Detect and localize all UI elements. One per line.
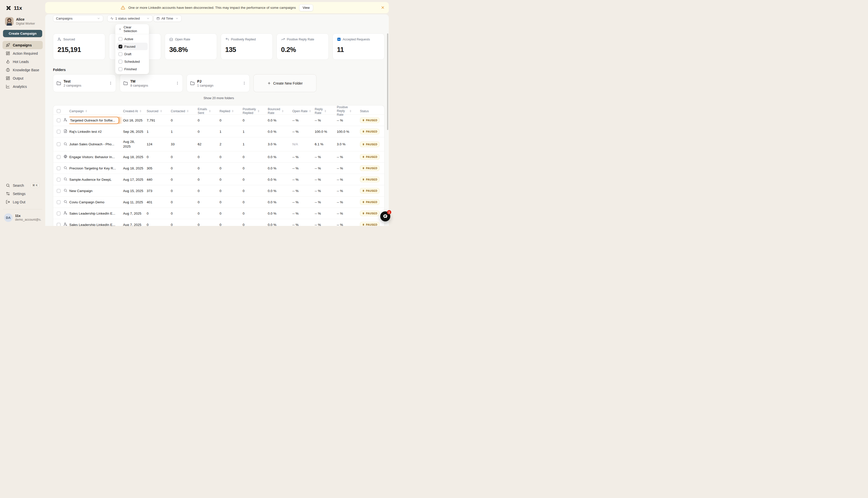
stat-value: 36.8% [169, 46, 212, 54]
folder-menu-button[interactable] [176, 81, 179, 85]
table-cell: 0.0 % [268, 189, 292, 193]
column-header-contacted[interactable]: Contacted [171, 109, 198, 113]
pause-icon [362, 178, 365, 181]
status-option-label: Finished [124, 67, 137, 71]
column-header-emails-sent[interactable]: Emails Sent [198, 107, 220, 115]
chevron-down-icon [175, 17, 179, 20]
status-option-paused[interactable]: Paused [117, 43, 148, 50]
folder-menu-button[interactable] [242, 81, 246, 85]
checkbox-unchecked[interactable] [118, 67, 122, 71]
row-checkbox[interactable] [57, 142, 61, 146]
sidebar-item-settings[interactable]: Settings [2, 189, 43, 198]
table-cell: 1 [243, 130, 268, 133]
create-new-folder-button[interactable]: Create New Folder [254, 74, 316, 92]
row-checkbox[interactable] [57, 189, 61, 193]
table-cell: 305 [147, 167, 171, 170]
select-all-checkbox[interactable] [57, 109, 61, 113]
sidebar-item-campaigns[interactable]: Campaigns [2, 41, 43, 49]
table-row[interactable]: Sample Audience for DeepLAug 17, 2025440… [53, 174, 384, 185]
row-checkbox[interactable] [57, 118, 61, 122]
table-cell: Aug 11, 2025 [123, 200, 147, 204]
sidebar-item-action-required[interactable]: Action Required [2, 49, 43, 57]
status-option-draft[interactable]: Draft [117, 50, 148, 58]
campaign-name: New Campaign [69, 189, 120, 193]
column-header-open-rate[interactable]: Open Rate [292, 109, 315, 113]
column-header-positively-replied[interactable]: Positively Replied [243, 107, 268, 115]
brain-icon [6, 68, 10, 72]
sidebar-item-log-out[interactable]: Log Out [2, 198, 43, 206]
table-row[interactable]: Oct 16, 20257,79100000.0 %-- %-- %-- %PA… [53, 115, 384, 126]
sidebar-item-knowledge-base[interactable]: Knowledge Base [2, 66, 43, 74]
banner-close-button[interactable] [381, 5, 385, 10]
table-row[interactable]: New CampaignAug 15, 202537300000.0 %-- %… [53, 185, 384, 196]
table-row[interactable]: Engage Visitors: Behavior In...Aug 18, 2… [53, 151, 384, 162]
account[interactable]: DA 11x demo_account@s... [2, 212, 43, 223]
status-filter-button[interactable]: 1 status selected [107, 15, 153, 22]
status-option-scheduled[interactable]: Scheduled [117, 58, 148, 65]
column-header-positive-reply-rate[interactable]: Positive Reply Rate [337, 105, 360, 117]
table-cell: -- % [337, 189, 360, 193]
date-range-button[interactable]: All Time [154, 15, 182, 22]
create-campaign-button[interactable]: Create Campaign [3, 30, 42, 37]
profile[interactable]: Alice Digital Worker [5, 17, 45, 26]
row-checkbox[interactable] [57, 200, 61, 204]
table-row[interactable]: Raj's LinkedIn test #2Sep 26, 2025110110… [53, 126, 384, 137]
show-more-folders-link[interactable]: Show 20 more folders [53, 96, 385, 100]
folder-menu-button[interactable] [109, 81, 113, 85]
checkbox-unchecked[interactable] [118, 52, 122, 56]
checkbox-checked[interactable] [118, 45, 122, 49]
stat-card-sourced: Sourced215,191 [53, 34, 105, 60]
sidebar-item-output[interactable]: Output [2, 74, 43, 82]
table-cell: -- % [292, 118, 315, 122]
column-header-status[interactable]: Status [360, 109, 384, 113]
sidebar-item-analytics[interactable]: Analytics [2, 82, 43, 91]
column-header-campaign[interactable]: Campaign [69, 109, 123, 113]
cell-value: 0 [220, 200, 221, 204]
chat-button[interactable]: 1 [380, 211, 390, 221]
cell-value: 305 [147, 167, 153, 170]
table-row[interactable]: Julian Sales Outreach - Pho...Aug 28, 20… [53, 137, 384, 151]
table-row[interactable]: Coviu Campaign DemoAug 11, 202540100000.… [53, 196, 384, 208]
linkedin-icon [337, 37, 341, 41]
cell-value: 0 [220, 118, 221, 122]
checkbox-unchecked[interactable] [118, 37, 122, 41]
table-cell: 1 [243, 142, 268, 146]
column-header-sourced[interactable]: Sourced [147, 109, 171, 113]
cell-value: -- % [337, 189, 343, 193]
clear-selection-item[interactable]: Clear Selection [117, 25, 148, 33]
scrollbar-thumb[interactable] [387, 34, 388, 130]
row-checkbox[interactable] [57, 212, 61, 215]
sidebar-item-search[interactable]: Search⌘ K [2, 181, 43, 189]
cell-value: 0 [171, 200, 173, 204]
folder-card-pj[interactable]: PJ1 campaign [186, 74, 250, 92]
column-header-bounced-rate[interactable]: Bounced Rate [268, 107, 292, 115]
sidebar-item-hot-leads[interactable]: Hot Leads [2, 57, 43, 66]
table-row[interactable]: Precision Targeting for Key R...Aug 18, … [53, 162, 384, 174]
cell-value: 0 [171, 167, 173, 170]
cell-value: 0 [147, 212, 149, 215]
table-row[interactable]: Sales Leadership LinkedIn E...Aug 7, 202… [53, 219, 384, 226]
folder-card-test[interactable]: Test2 campaigns [53, 74, 116, 92]
status-option-active[interactable]: Active [117, 35, 148, 43]
banner-view-button[interactable]: View [299, 4, 313, 11]
checkbox-unchecked[interactable] [118, 60, 122, 64]
cell-value: 100.0 % [337, 130, 349, 133]
column-header-replied[interactable]: Replied [220, 109, 243, 113]
table-cell: -- % [292, 130, 315, 133]
row-checkbox[interactable] [57, 130, 61, 133]
column-header-reply-rate[interactable]: Reply Rate [315, 107, 337, 115]
column-header-created-at[interactable]: Created At [123, 109, 147, 113]
folder-card-tm[interactable]: TM8 campaigns [120, 74, 183, 92]
row-checkbox[interactable] [57, 178, 61, 182]
campaign-name-input[interactable] [69, 117, 119, 124]
stat-value: 135 [225, 46, 269, 54]
table-row[interactable]: Sales Leadership LinkedIn E...Aug 7, 202… [53, 208, 384, 219]
cell-value: Aug 15, 2025 [123, 189, 143, 193]
row-checkbox[interactable] [57, 155, 61, 159]
status-option-finished[interactable]: Finished [117, 65, 148, 73]
cell-value: 1 [243, 142, 245, 146]
row-checkbox[interactable] [57, 223, 61, 226]
scope-select[interactable]: Campaigns [53, 15, 103, 22]
row-checkbox[interactable] [57, 167, 61, 170]
column-header-label: Campaign [69, 109, 83, 113]
